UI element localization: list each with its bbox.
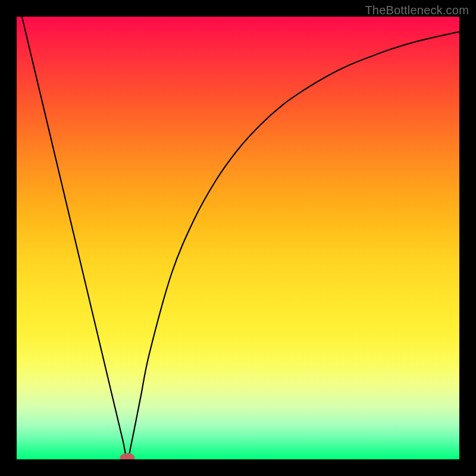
watermark-text: TheBottleneck.com bbox=[365, 4, 469, 17]
plot-area bbox=[17, 17, 459, 459]
bottleneck-curve bbox=[17, 17, 459, 459]
curve-svg bbox=[17, 17, 459, 459]
min-marker bbox=[120, 453, 134, 459]
chart-container: TheBottleneck.com bbox=[0, 0, 476, 476]
